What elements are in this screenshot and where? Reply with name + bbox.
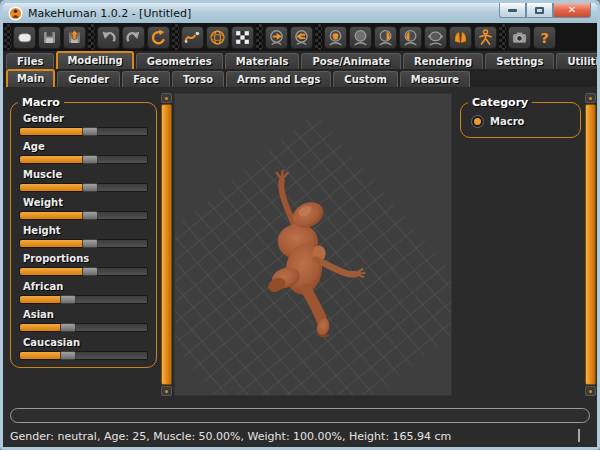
viewport-3d[interactable]	[174, 93, 452, 396]
radio-icon	[471, 115, 484, 128]
tab-modelling[interactable]: Modelling	[56, 51, 133, 69]
main-tab-bar: Files Modelling Geometries Materials Pos…	[3, 51, 597, 69]
right-view-icon	[377, 29, 394, 46]
front-view-icon	[327, 29, 344, 46]
load-floppy-arrow-icon	[66, 29, 83, 46]
wireframe-button[interactable]	[206, 26, 229, 49]
status-text: Gender: neutral, Age: 25, Muscle: 50.00%…	[10, 430, 451, 443]
slider-label: Proportions	[23, 253, 148, 264]
scroll-thumb[interactable]	[585, 104, 596, 385]
slider-caucasian-track[interactable]	[19, 351, 148, 360]
subtab-arms-and-legs[interactable]: Arms and Legs	[226, 71, 331, 87]
slider-caucasian: Caucasian	[19, 337, 148, 360]
subtab-measure[interactable]: Measure	[400, 71, 470, 87]
tab-geometries[interactable]: Geometries	[136, 53, 223, 69]
scroll-thumb[interactable]	[161, 104, 172, 385]
sub-tab-bar: Main Gender Face Torso Arms and Legs Cus…	[3, 69, 597, 87]
slider-height-track[interactable]	[19, 239, 148, 248]
slider-asian-track[interactable]	[19, 323, 148, 332]
macro-panel: Macro Gender Age Muscle Weight	[3, 91, 160, 404]
slider-african: African	[19, 281, 148, 304]
tab-materials[interactable]: Materials	[225, 53, 300, 69]
makehuman-window: MakeHuman 1.0.2 - [Untitled] ✕	[0, 0, 600, 450]
tab-pose-animate[interactable]: Pose/Animate	[301, 53, 401, 69]
subtab-main[interactable]: Main	[6, 69, 55, 87]
back-view-button[interactable]	[349, 26, 372, 49]
symmetry-right-button[interactable]	[265, 26, 288, 49]
category-macro-radio[interactable]: Macro	[469, 113, 572, 130]
body-view-button[interactable]	[474, 26, 497, 49]
slider-proportions: Proportions	[19, 253, 148, 276]
slider-weight-track[interactable]	[19, 211, 148, 220]
scroll-down-cap[interactable]	[585, 386, 596, 396]
camera-icon	[511, 29, 528, 46]
slider-age: Age	[19, 141, 148, 164]
help-button[interactable]: ?	[533, 26, 556, 49]
front-view-button[interactable]	[324, 26, 347, 49]
slider-handle[interactable]	[82, 267, 98, 276]
smooth-button[interactable]	[181, 26, 204, 49]
left-panel-scrollbar[interactable]	[160, 91, 173, 404]
scroll-up-cap[interactable]	[161, 93, 172, 103]
save-floppy-icon	[41, 29, 58, 46]
left-view-button[interactable]	[399, 26, 422, 49]
grab-screen-button[interactable]	[508, 26, 531, 49]
progress-bar	[10, 408, 590, 423]
slider-handle[interactable]	[82, 155, 98, 164]
slider-handle[interactable]	[82, 239, 98, 248]
symmetry-left-button[interactable]	[290, 26, 313, 49]
window-controls: ✕	[499, 3, 591, 18]
background-button[interactable]	[231, 26, 254, 49]
slider-label: Weight	[23, 197, 148, 208]
maximize-button[interactable]	[526, 3, 553, 18]
toolbar-separator	[4, 24, 11, 50]
tab-rendering[interactable]: Rendering	[403, 53, 483, 69]
save-button[interactable]	[38, 26, 61, 49]
right-view-button[interactable]	[374, 26, 397, 49]
undo-button[interactable]	[97, 26, 120, 49]
slider-age-track[interactable]	[19, 155, 148, 164]
slider-handle[interactable]	[82, 211, 98, 220]
svg-text:?: ?	[540, 29, 549, 46]
back-view-icon	[352, 29, 369, 46]
toolbar-separator	[256, 24, 263, 50]
scroll-up-cap[interactable]	[585, 93, 596, 103]
right-panel-scrollbar[interactable]	[584, 91, 597, 404]
status-cursor	[578, 429, 580, 442]
redo-button[interactable]	[122, 26, 145, 49]
help-question-icon: ?	[536, 29, 553, 46]
new-button[interactable]	[13, 26, 36, 49]
subtab-torso[interactable]: Torso	[172, 71, 224, 87]
tab-settings[interactable]: Settings	[485, 53, 554, 69]
top-view-button[interactable]	[424, 26, 447, 49]
close-button[interactable]: ✕	[553, 3, 591, 18]
slider-handle[interactable]	[60, 323, 76, 332]
category-group-title: Category	[468, 96, 532, 109]
bottom-view-button[interactable]	[449, 26, 472, 49]
checkerboard-icon	[234, 29, 251, 46]
subtab-face[interactable]: Face	[122, 71, 170, 87]
load-button[interactable]	[63, 26, 86, 49]
toolbar: ?	[3, 23, 597, 51]
radio-label: Macro	[490, 116, 524, 127]
slider-gender-track[interactable]	[19, 127, 148, 136]
slider-proportions-track[interactable]	[19, 267, 148, 276]
subtab-gender[interactable]: Gender	[57, 71, 120, 87]
subtab-custom[interactable]: Custom	[333, 71, 397, 87]
minimize-button[interactable]	[499, 3, 526, 18]
category-groupbox: Category Macro	[460, 102, 581, 138]
slider-muscle-track[interactable]	[19, 183, 148, 192]
macro-group-title: Macro	[18, 96, 64, 109]
tab-utilities[interactable]: Utilities	[556, 53, 600, 69]
slider-handle[interactable]	[60, 351, 76, 360]
slider-handle[interactable]	[82, 183, 98, 192]
scroll-down-cap[interactable]	[161, 386, 172, 396]
slider-label: Muscle	[23, 169, 148, 180]
slider-african-track[interactable]	[19, 295, 148, 304]
reset-circular-arrows-icon	[150, 29, 167, 46]
app-logo-icon	[8, 6, 23, 21]
slider-handle[interactable]	[60, 295, 76, 304]
reset-pose-button[interactable]	[147, 26, 170, 49]
tab-files[interactable]: Files	[6, 53, 54, 69]
slider-handle[interactable]	[82, 127, 98, 136]
